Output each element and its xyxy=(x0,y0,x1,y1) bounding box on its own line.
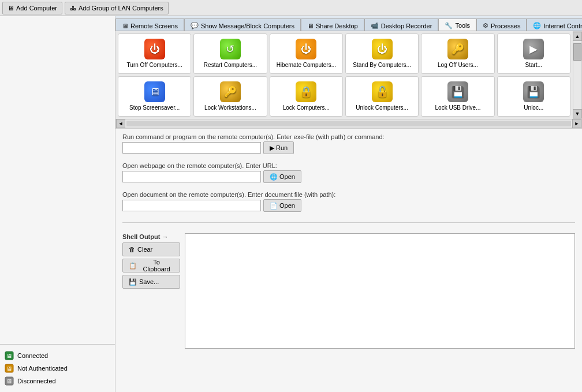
horizontal-scrollbar[interactable]: ◄ ► xyxy=(115,119,582,128)
tab-share-desktop[interactable]: 🖥 Share Desktop xyxy=(301,18,364,31)
action-btn-label: Stand By Computers... xyxy=(353,62,411,69)
clear-button[interactable]: 🗑 Clear xyxy=(122,242,180,256)
action-btn-label: Stop Screensaver... xyxy=(129,104,180,111)
run-command-row: ▶ Run xyxy=(122,141,575,154)
scroll-thumb[interactable] xyxy=(573,43,581,61)
action-icon: ⏻ xyxy=(372,39,393,59)
action-btn-label: Lock Workstations... xyxy=(204,104,256,111)
desktop-recorder-icon: 📹 xyxy=(371,22,379,29)
run-command-input[interactable] xyxy=(122,142,261,154)
not-auth-svg: 🖥 xyxy=(5,364,14,373)
legend-not-auth: 🖥 Not Authenticated xyxy=(5,362,110,375)
action-btn-label: Lock USB Drive... xyxy=(435,104,481,111)
open-doc-button[interactable]: 📄 Open xyxy=(263,199,301,212)
action-icon: 🔓 xyxy=(372,81,393,102)
action-btn-label: Turn Off Computers... xyxy=(127,62,182,69)
sidebar-content xyxy=(0,16,115,344)
svg-text:🖥: 🖥 xyxy=(6,378,12,384)
action-btn-start-[interactable]: ▶Start... xyxy=(497,33,570,74)
open-url-input[interactable] xyxy=(122,171,261,182)
group-icon: 🖧 xyxy=(70,5,76,12)
shell-output-label: Shell Output → xyxy=(122,233,180,240)
action-icon: 🔑 xyxy=(220,81,241,102)
action-btn-label: Log Off Users... xyxy=(438,62,478,69)
internet-control-label: Internet Control xyxy=(543,23,582,29)
action-icon: 🔒 xyxy=(296,81,316,102)
save-icon: 💾 xyxy=(129,278,137,286)
toolbar: 🖥 Add Computer 🖧 Add Group of LAN Comput… xyxy=(0,0,582,16)
clear-label: Clear xyxy=(137,246,152,253)
save-button[interactable]: 💾 Save... xyxy=(122,275,180,289)
tools-icon: 🔧 xyxy=(445,22,453,29)
disconnected-label: Disconnected xyxy=(17,378,56,384)
clipboard-label: To Clipboard xyxy=(139,259,174,272)
sidebar-legend: 🖥 Connected 🖥 Not Authenticated 🖥 Discon… xyxy=(0,344,115,392)
bottom-section: Run command or program on the remote com… xyxy=(115,129,582,392)
tab-remote-screens[interactable]: 🖥 Remote Screens xyxy=(115,18,184,31)
action-btn-lock-computers-[interactable]: 🔒Lock Computers... xyxy=(270,76,343,117)
share-desktop-label: Share Desktop xyxy=(316,23,358,29)
open-url-button[interactable]: 🌐 Open xyxy=(263,170,301,183)
clipboard-button[interactable]: 📋 To Clipboard xyxy=(122,259,180,272)
divider xyxy=(122,222,575,223)
action-btn-label: Hibernate Computers... xyxy=(277,62,336,69)
horiz-scroll-track xyxy=(126,121,571,126)
open-url-row: 🌐 Open xyxy=(122,170,575,183)
action-btn-turn-off-computers-[interactable]: ⏻Turn Off Computers... xyxy=(118,33,191,74)
action-btn-log-off-users-[interactable]: 🔑Log Off Users... xyxy=(421,33,494,74)
run-icon: ▶ xyxy=(270,144,274,152)
add-group-label: Add Group of LAN Computers xyxy=(79,5,163,12)
action-btn-restart-computers-[interactable]: ↺Restart Computers... xyxy=(193,33,267,74)
scroll-down-arrow[interactable]: ▼ xyxy=(573,109,582,118)
action-row-1: ⏻Turn Off Computers...↺Restart Computers… xyxy=(115,31,573,74)
action-btn-lock-workstations-[interactable]: 🔑Lock Workstations... xyxy=(193,76,267,117)
run-command-label: Run command or program on the remote com… xyxy=(122,133,575,140)
disconnected-icon: 🖥 xyxy=(5,376,14,386)
legend-disconnected: 🖥 Disconnected xyxy=(5,375,110,387)
content-area: 🖥 Remote Screens 💬 Show Message/Block Co… xyxy=(115,16,582,392)
not-auth-label: Not Authenticated xyxy=(17,365,68,372)
action-btn-unlock-computers-[interactable]: 🔓Unlock Computers... xyxy=(345,76,419,117)
tab-show-message[interactable]: 💬 Show Message/Block Computers xyxy=(184,18,301,31)
tools-panel: ⏻Turn Off Computers...↺Restart Computers… xyxy=(115,31,582,392)
action-icon: 💾 xyxy=(447,81,468,102)
tab-tools[interactable]: 🔧 Tools xyxy=(438,18,476,31)
connected-label: Connected xyxy=(17,352,48,359)
svg-text:🖥: 🖥 xyxy=(6,365,12,372)
action-btn-unloc-[interactable]: 💾Unloc... xyxy=(497,76,570,117)
run-command-group: Run command or program on the remote com… xyxy=(122,133,575,154)
action-icon: ⏻ xyxy=(144,39,165,59)
action-btn-label: Unlock Computers... xyxy=(356,104,408,111)
action-icon: 🖥 xyxy=(144,81,165,102)
connected-icon: 🖥 xyxy=(5,351,14,360)
sidebar: 🖥 Connected 🖥 Not Authenticated 🖥 Discon… xyxy=(0,16,115,392)
not-auth-icon: 🖥 xyxy=(5,364,14,373)
scroll-up-arrow[interactable]: ▲ xyxy=(573,32,582,41)
action-btn-stand-by-computers-[interactable]: ⏻Stand By Computers... xyxy=(345,33,419,74)
open-url-icon: 🌐 xyxy=(270,173,278,181)
add-computer-label: Add Computer xyxy=(16,5,57,12)
tab-internet-control[interactable]: 🌐 Internet Control xyxy=(527,18,582,31)
action-buttons-container: ⏻Turn Off Computers...↺Restart Computers… xyxy=(115,31,582,129)
open-doc-input[interactable] xyxy=(122,200,261,211)
run-button-label: Run xyxy=(276,144,288,151)
clear-icon: 🗑 xyxy=(129,246,135,253)
legend-connected: 🖥 Connected xyxy=(5,349,110,362)
desktop-recorder-label: Desktop Recorder xyxy=(381,23,432,29)
add-computer-button[interactable]: 🖥 Add Computer xyxy=(2,2,62,14)
action-icon: 🔑 xyxy=(447,39,468,59)
action-icon: ⏻ xyxy=(296,39,316,59)
action-btn-stop-screensaver-[interactable]: 🖥Stop Screensaver... xyxy=(118,76,191,117)
scroll-right-arrow[interactable]: ► xyxy=(572,119,581,128)
processes-icon: ⚙ xyxy=(483,22,488,29)
action-btn-hibernate-computers-[interactable]: ⏻Hibernate Computers... xyxy=(270,33,343,74)
action-btn-lock-usb-drive-[interactable]: 💾Lock USB Drive... xyxy=(421,76,494,117)
vertical-scrollbar[interactable]: ▲ ▼ xyxy=(573,31,582,119)
shell-output-box xyxy=(185,233,575,349)
open-url-label: Open webpage on the remote computer(s). … xyxy=(122,162,575,169)
tab-processes[interactable]: ⚙ Processes xyxy=(476,18,527,31)
add-group-button[interactable]: 🖧 Add Group of LAN Computers xyxy=(65,2,169,14)
scroll-left-arrow[interactable]: ◄ xyxy=(116,119,125,128)
run-button[interactable]: ▶ Run xyxy=(263,141,294,154)
tab-desktop-recorder[interactable]: 📹 Desktop Recorder xyxy=(364,18,439,31)
